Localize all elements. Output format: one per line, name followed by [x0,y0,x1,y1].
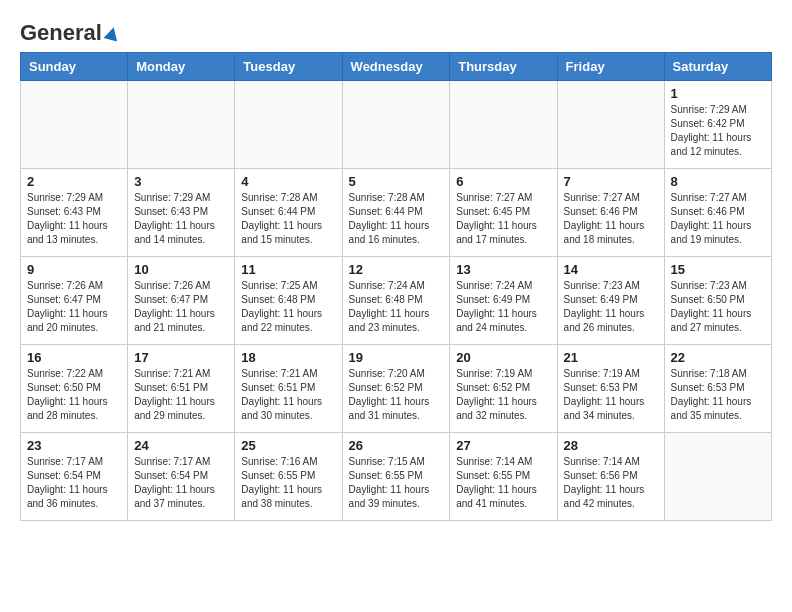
day-number: 2 [27,174,121,189]
day-number: 23 [27,438,121,453]
calendar-cell: 10Sunrise: 7:26 AM Sunset: 6:47 PM Dayli… [128,257,235,345]
logo-icon [103,25,120,41]
day-number: 5 [349,174,444,189]
day-info: Sunrise: 7:17 AM Sunset: 6:54 PM Dayligh… [134,455,228,511]
day-number: 16 [27,350,121,365]
calendar-cell: 14Sunrise: 7:23 AM Sunset: 6:49 PM Dayli… [557,257,664,345]
day-info: Sunrise: 7:29 AM Sunset: 6:43 PM Dayligh… [134,191,228,247]
calendar-cell: 13Sunrise: 7:24 AM Sunset: 6:49 PM Dayli… [450,257,557,345]
calendar-cell: 17Sunrise: 7:21 AM Sunset: 6:51 PM Dayli… [128,345,235,433]
day-number: 18 [241,350,335,365]
day-number: 3 [134,174,228,189]
calendar-cell [235,81,342,169]
logo: General [20,20,119,42]
day-number: 26 [349,438,444,453]
calendar-week-row: 23Sunrise: 7:17 AM Sunset: 6:54 PM Dayli… [21,433,772,521]
logo-general: General [20,20,102,46]
calendar-cell: 20Sunrise: 7:19 AM Sunset: 6:52 PM Dayli… [450,345,557,433]
day-info: Sunrise: 7:26 AM Sunset: 6:47 PM Dayligh… [134,279,228,335]
day-info: Sunrise: 7:24 AM Sunset: 6:48 PM Dayligh… [349,279,444,335]
day-info: Sunrise: 7:18 AM Sunset: 6:53 PM Dayligh… [671,367,765,423]
calendar-cell: 6Sunrise: 7:27 AM Sunset: 6:45 PM Daylig… [450,169,557,257]
calendar-cell: 5Sunrise: 7:28 AM Sunset: 6:44 PM Daylig… [342,169,450,257]
day-info: Sunrise: 7:29 AM Sunset: 6:43 PM Dayligh… [27,191,121,247]
calendar-week-row: 2Sunrise: 7:29 AM Sunset: 6:43 PM Daylig… [21,169,772,257]
day-number: 13 [456,262,550,277]
day-info: Sunrise: 7:23 AM Sunset: 6:50 PM Dayligh… [671,279,765,335]
day-info: Sunrise: 7:29 AM Sunset: 6:42 PM Dayligh… [671,103,765,159]
day-info: Sunrise: 7:27 AM Sunset: 6:46 PM Dayligh… [564,191,658,247]
day-number: 1 [671,86,765,101]
day-number: 25 [241,438,335,453]
day-of-week-header: Wednesday [342,53,450,81]
day-number: 7 [564,174,658,189]
calendar-cell: 19Sunrise: 7:20 AM Sunset: 6:52 PM Dayli… [342,345,450,433]
day-number: 28 [564,438,658,453]
calendar-cell: 22Sunrise: 7:18 AM Sunset: 6:53 PM Dayli… [664,345,771,433]
day-info: Sunrise: 7:27 AM Sunset: 6:46 PM Dayligh… [671,191,765,247]
calendar-cell [450,81,557,169]
calendar-cell: 16Sunrise: 7:22 AM Sunset: 6:50 PM Dayli… [21,345,128,433]
calendar-header-row: SundayMondayTuesdayWednesdayThursdayFrid… [21,53,772,81]
day-number: 17 [134,350,228,365]
day-info: Sunrise: 7:19 AM Sunset: 6:52 PM Dayligh… [456,367,550,423]
calendar-cell [128,81,235,169]
day-of-week-header: Friday [557,53,664,81]
day-number: 20 [456,350,550,365]
day-info: Sunrise: 7:27 AM Sunset: 6:45 PM Dayligh… [456,191,550,247]
day-info: Sunrise: 7:21 AM Sunset: 6:51 PM Dayligh… [134,367,228,423]
page-header: General [20,20,772,42]
day-info: Sunrise: 7:28 AM Sunset: 6:44 PM Dayligh… [349,191,444,247]
calendar-cell: 8Sunrise: 7:27 AM Sunset: 6:46 PM Daylig… [664,169,771,257]
day-of-week-header: Saturday [664,53,771,81]
calendar-cell: 15Sunrise: 7:23 AM Sunset: 6:50 PM Dayli… [664,257,771,345]
day-info: Sunrise: 7:14 AM Sunset: 6:56 PM Dayligh… [564,455,658,511]
day-number: 14 [564,262,658,277]
calendar-cell: 4Sunrise: 7:28 AM Sunset: 6:44 PM Daylig… [235,169,342,257]
day-info: Sunrise: 7:17 AM Sunset: 6:54 PM Dayligh… [27,455,121,511]
day-of-week-header: Tuesday [235,53,342,81]
day-info: Sunrise: 7:23 AM Sunset: 6:49 PM Dayligh… [564,279,658,335]
calendar-cell: 2Sunrise: 7:29 AM Sunset: 6:43 PM Daylig… [21,169,128,257]
day-number: 4 [241,174,335,189]
calendar-week-row: 9Sunrise: 7:26 AM Sunset: 6:47 PM Daylig… [21,257,772,345]
day-number: 6 [456,174,550,189]
calendar-cell: 23Sunrise: 7:17 AM Sunset: 6:54 PM Dayli… [21,433,128,521]
calendar-cell: 18Sunrise: 7:21 AM Sunset: 6:51 PM Dayli… [235,345,342,433]
day-info: Sunrise: 7:16 AM Sunset: 6:55 PM Dayligh… [241,455,335,511]
day-info: Sunrise: 7:28 AM Sunset: 6:44 PM Dayligh… [241,191,335,247]
calendar-cell: 9Sunrise: 7:26 AM Sunset: 6:47 PM Daylig… [21,257,128,345]
day-info: Sunrise: 7:20 AM Sunset: 6:52 PM Dayligh… [349,367,444,423]
calendar-week-row: 16Sunrise: 7:22 AM Sunset: 6:50 PM Dayli… [21,345,772,433]
calendar-cell [664,433,771,521]
calendar-cell: 27Sunrise: 7:14 AM Sunset: 6:55 PM Dayli… [450,433,557,521]
day-info: Sunrise: 7:26 AM Sunset: 6:47 PM Dayligh… [27,279,121,335]
day-info: Sunrise: 7:21 AM Sunset: 6:51 PM Dayligh… [241,367,335,423]
day-number: 10 [134,262,228,277]
calendar-cell: 21Sunrise: 7:19 AM Sunset: 6:53 PM Dayli… [557,345,664,433]
calendar-cell: 3Sunrise: 7:29 AM Sunset: 6:43 PM Daylig… [128,169,235,257]
calendar-cell: 1Sunrise: 7:29 AM Sunset: 6:42 PM Daylig… [664,81,771,169]
day-number: 22 [671,350,765,365]
day-number: 24 [134,438,228,453]
calendar-cell: 28Sunrise: 7:14 AM Sunset: 6:56 PM Dayli… [557,433,664,521]
day-number: 8 [671,174,765,189]
day-of-week-header: Monday [128,53,235,81]
day-number: 21 [564,350,658,365]
day-info: Sunrise: 7:15 AM Sunset: 6:55 PM Dayligh… [349,455,444,511]
day-number: 27 [456,438,550,453]
day-info: Sunrise: 7:25 AM Sunset: 6:48 PM Dayligh… [241,279,335,335]
day-number: 9 [27,262,121,277]
calendar-cell: 25Sunrise: 7:16 AM Sunset: 6:55 PM Dayli… [235,433,342,521]
calendar-cell [21,81,128,169]
calendar-week-row: 1Sunrise: 7:29 AM Sunset: 6:42 PM Daylig… [21,81,772,169]
day-number: 15 [671,262,765,277]
calendar-cell: 7Sunrise: 7:27 AM Sunset: 6:46 PM Daylig… [557,169,664,257]
day-info: Sunrise: 7:19 AM Sunset: 6:53 PM Dayligh… [564,367,658,423]
day-number: 11 [241,262,335,277]
day-of-week-header: Thursday [450,53,557,81]
day-of-week-header: Sunday [21,53,128,81]
day-number: 19 [349,350,444,365]
day-info: Sunrise: 7:24 AM Sunset: 6:49 PM Dayligh… [456,279,550,335]
day-info: Sunrise: 7:22 AM Sunset: 6:50 PM Dayligh… [27,367,121,423]
